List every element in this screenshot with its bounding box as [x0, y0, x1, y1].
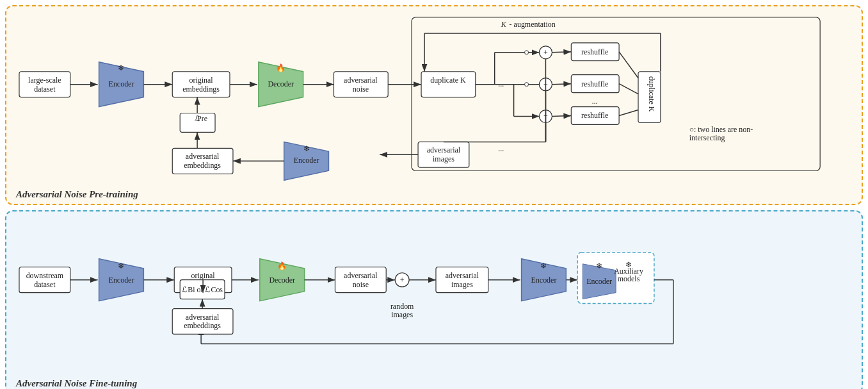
plus-top: + — [543, 48, 548, 57]
k-aug-label: K — [501, 20, 507, 29]
enc2-bottom-snowflake: ❄ — [540, 261, 547, 270]
encoder2-snowflake: ❄ — [303, 144, 310, 153]
bottom-diagram: downstream dataset Encoder ❄ original em… — [16, 218, 852, 374]
dataset-text1: large-scale — [28, 76, 61, 85]
aux-models-text2: models — [618, 274, 640, 283]
bottom-panel-label: Adversarial Noise Fine-tuning — [16, 378, 137, 389]
main-container: K - augmentation large-scale dataset Enc… — [5, 5, 863, 383]
random-images-text1: random — [390, 302, 414, 311]
adv-embed-text2-b: embeddings — [184, 322, 221, 331]
dots-bot: ... — [498, 144, 504, 153]
ds-dataset-text2: dataset — [34, 280, 56, 289]
line-circ3-resh3 — [552, 116, 571, 117]
dec-bottom-flame: 🔥 — [277, 261, 287, 270]
dataset-text2: dataset — [34, 85, 56, 94]
line-resh1-dupk2 — [619, 52, 638, 78]
aux-enc-label: Encoder — [586, 277, 612, 286]
adv-noise-text2-b: noise — [353, 280, 369, 289]
adv-embed-text1-top: adversarial — [186, 152, 220, 161]
enc-bottom-label: Encoder — [109, 276, 134, 285]
dots-top: ... — [498, 79, 504, 88]
adv-images-text1-top: adversarial — [427, 145, 461, 154]
adv-images-text2-top: images — [433, 154, 454, 163]
enc2-bottom-label: Encoder — [531, 276, 557, 285]
top-panel: K - augmentation large-scale dataset Enc… — [5, 5, 863, 205]
adv-images-text1-b: adversarial — [446, 271, 479, 280]
encoder1-snowflake: ❄ — [118, 63, 124, 72]
adv-embed-text2-top: embeddings — [184, 161, 221, 170]
note-text1: ○: two lines are non- — [689, 125, 753, 134]
loss-bi-text: ℒBi or ℒCos — [182, 285, 223, 294]
reshuffle1-text: reshuffle — [581, 47, 608, 56]
line-circ1-resh1 — [552, 52, 571, 53]
decoder-flame: 🔥 — [276, 63, 285, 72]
top-diagram: K - augmentation large-scale dataset Enc… — [16, 13, 852, 185]
note-text2: intersecting — [689, 133, 725, 142]
dup-k2-text: duplicate K — [647, 76, 656, 112]
line-circ2-resh2 — [552, 84, 571, 85]
encoder1-label: Encoder — [109, 79, 134, 88]
crossing-circle2 — [525, 51, 529, 54]
crossing-circle1 — [525, 83, 529, 87]
top-panel-label: Adversarial Noise Pre-training — [16, 189, 138, 200]
reshuffle3-text: reshuffle — [581, 112, 608, 120]
dots-right: ... — [592, 97, 598, 106]
orig-embed-text1-b: original — [191, 271, 216, 280]
enc-bottom-snowflake: ❄ — [118, 261, 124, 270]
adv-noise-text1: adversarial — [344, 76, 378, 85]
orig-embed-text2: embeddings — [182, 85, 220, 94]
k-aug-label2: - augmentation — [510, 20, 556, 29]
aux-snowflake: ❄ — [625, 260, 632, 269]
loss-pre-text2: Pre — [197, 114, 207, 123]
adv-noise-text1-b: adversarial — [344, 271, 378, 280]
line-resh3-dupk2 — [619, 110, 638, 116]
dec-bottom-label: Decoder — [269, 276, 295, 285]
adv-images-text2-b: images — [451, 280, 473, 289]
ds-dataset-text1: downstream — [26, 271, 64, 280]
random-images-text2: images — [391, 310, 413, 319]
bottom-panel: downstream dataset Encoder ❄ original em… — [5, 210, 863, 389]
aux-enc-snowflake: ❄ — [596, 261, 602, 270]
adv-embed-text1-b: adversarial — [186, 313, 220, 322]
adv-noise-text2: noise — [353, 85, 369, 94]
plus-b: + — [400, 276, 405, 285]
reshuffle2-text: reshuffle — [581, 79, 608, 88]
line-resh2-dupk2 — [619, 84, 638, 94]
orig-embed-text1: original — [189, 76, 214, 85]
encoder2-label: Encoder — [294, 156, 319, 165]
dup-k1-text1: duplicate K — [430, 76, 466, 85]
decoder-label: Decoder — [268, 79, 294, 88]
